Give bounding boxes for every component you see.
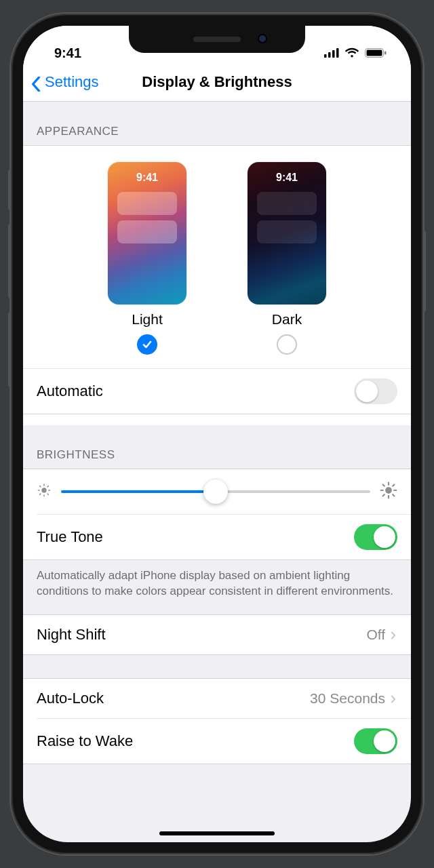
appearance-panel: 9:41 Light 9:41 Dark bbox=[23, 145, 411, 425]
svg-line-21 bbox=[383, 485, 384, 486]
auto-lock-row[interactable]: Auto-Lock 30 Seconds bbox=[23, 679, 411, 718]
page-title: Display & Brightness bbox=[142, 73, 292, 91]
svg-rect-6 bbox=[384, 52, 387, 55]
automatic-row: Automatic bbox=[23, 368, 411, 414]
radio-dark[interactable] bbox=[277, 334, 297, 355]
svg-rect-5 bbox=[367, 50, 382, 56]
sun-max-icon bbox=[380, 481, 397, 502]
preview-light: 9:41 bbox=[108, 162, 186, 304]
auto-lock-label: Auto-Lock bbox=[37, 690, 104, 707]
svg-line-12 bbox=[40, 486, 41, 487]
svg-rect-3 bbox=[336, 48, 339, 58]
appearance-option-light[interactable]: 9:41 Light bbox=[108, 162, 186, 355]
true-tone-toggle[interactable] bbox=[354, 524, 397, 550]
auto-lock-value: 30 Seconds bbox=[310, 690, 385, 707]
back-button[interactable]: Settings bbox=[31, 73, 99, 91]
night-shift-label: Night Shift bbox=[37, 626, 106, 644]
night-shift-value: Off bbox=[366, 627, 385, 643]
back-label: Settings bbox=[45, 73, 99, 91]
navbar: Settings Display & Brightness bbox=[23, 62, 411, 102]
svg-line-22 bbox=[393, 494, 394, 496]
brightness-slider-row bbox=[23, 469, 411, 514]
cellular-icon bbox=[324, 45, 339, 61]
svg-rect-2 bbox=[332, 50, 335, 58]
notch bbox=[129, 26, 305, 53]
raise-to-wake-label: Raise to Wake bbox=[37, 732, 133, 750]
chevron-right-icon bbox=[389, 627, 397, 643]
svg-line-13 bbox=[47, 494, 48, 494]
sun-min-icon bbox=[37, 483, 52, 500]
phone-frame: 9:41 Settings Display & Br bbox=[11, 14, 423, 854]
wifi-icon bbox=[344, 45, 359, 61]
lock-group: Auto-Lock 30 Seconds Raise to Wake bbox=[23, 678, 411, 764]
battery-icon bbox=[365, 45, 387, 61]
svg-line-24 bbox=[393, 485, 394, 486]
svg-point-7 bbox=[41, 488, 46, 492]
svg-line-14 bbox=[40, 494, 41, 494]
light-label: Light bbox=[132, 311, 163, 328]
true-tone-row: True Tone bbox=[23, 515, 411, 559]
svg-line-23 bbox=[383, 494, 384, 496]
true-tone-description: Automatically adapt iPhone display based… bbox=[23, 560, 411, 614]
status-time: 9:41 bbox=[54, 45, 81, 61]
raise-to-wake-toggle[interactable] bbox=[354, 728, 397, 754]
true-tone-label: True Tone bbox=[37, 528, 103, 546]
raise-to-wake-row: Raise to Wake bbox=[23, 719, 411, 764]
night-shift-group: Night Shift Off bbox=[23, 614, 411, 655]
svg-line-15 bbox=[47, 486, 48, 487]
automatic-label: Automatic bbox=[37, 382, 103, 400]
appearance-option-dark[interactable]: 9:41 Dark bbox=[248, 162, 326, 355]
section-header-brightness: BRIGHTNESS bbox=[23, 425, 411, 469]
screen: 9:41 Settings Display & Br bbox=[23, 26, 411, 842]
preview-dark: 9:41 bbox=[248, 162, 326, 304]
chevron-right-icon bbox=[389, 690, 397, 707]
automatic-toggle[interactable] bbox=[354, 378, 397, 404]
section-header-appearance: APPEARANCE bbox=[23, 102, 411, 145]
radio-light[interactable] bbox=[137, 334, 157, 355]
svg-rect-1 bbox=[328, 52, 331, 58]
dark-label: Dark bbox=[272, 311, 302, 328]
night-shift-row[interactable]: Night Shift Off bbox=[23, 615, 411, 654]
home-indicator[interactable] bbox=[159, 831, 275, 835]
chevron-left-icon bbox=[31, 77, 42, 87]
brightness-slider[interactable] bbox=[61, 490, 370, 493]
svg-point-16 bbox=[385, 487, 392, 494]
svg-rect-0 bbox=[324, 54, 327, 58]
brightness-group: True Tone bbox=[23, 469, 411, 560]
